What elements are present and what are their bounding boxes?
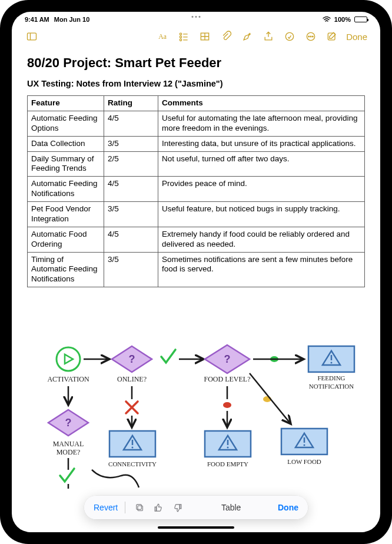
text-format-button[interactable]: Aa <box>153 27 172 46</box>
svg-point-43 <box>132 447 134 449</box>
svg-text:Aa: Aa <box>158 33 167 41</box>
svg-text:ACTIVATION: ACTIVATION <box>47 375 89 383</box>
sidebar-toggle-button[interactable] <box>22 27 41 46</box>
svg-point-56 <box>304 445 305 446</box>
svg-point-16 <box>313 36 314 37</box>
popup-label: Table <box>189 503 273 512</box>
th-rating: Rating <box>104 96 158 111</box>
note-subtitle[interactable]: UX Testing: Notes from Interview 12 ("Ja… <box>27 79 365 88</box>
checklist-button[interactable] <box>174 27 193 46</box>
svg-rect-58 <box>138 505 143 510</box>
table-edit-popup: Revert Table Done <box>84 496 308 519</box>
svg-text:CONNECTIVITY: CONNECTIVITY <box>108 460 157 467</box>
svg-text:?: ? <box>65 417 72 429</box>
table-row[interactable]: Timing of Automatic Feeding Notification… <box>28 252 365 287</box>
multitask-dots[interactable] <box>192 16 201 18</box>
svg-text:?: ? <box>224 353 231 365</box>
note-title[interactable]: 80/20 Project: Smart Pet Feeder <box>27 55 365 71</box>
toolbar: Aa <box>12 25 380 48</box>
screen: 9:41 AM Mon Jun 10 100% Aa <box>12 12 380 532</box>
svg-point-30 <box>331 362 333 364</box>
svg-text:MODE?: MODE? <box>57 448 81 456</box>
table-row[interactable]: Pet Food Vendor Integration3/5Useful fea… <box>28 202 365 227</box>
done-button[interactable]: Done <box>344 32 370 42</box>
table-header-row: Feature Rating Comments <box>28 96 365 111</box>
status-time: 9:41 AM <box>25 16 49 23</box>
copy-icon[interactable] <box>132 500 147 515</box>
svg-text:FOOD LEVEL?: FOOD LEVEL? <box>204 375 251 383</box>
status-bar: 9:41 AM Mon Jun 10 100% <box>12 12 380 25</box>
svg-text:NOTIFICATION: NOTIFICATION <box>309 383 354 390</box>
svg-line-53 <box>250 373 291 424</box>
th-feature: Feature <box>28 96 104 111</box>
svg-point-18 <box>57 347 80 371</box>
table-row[interactable]: Automatic Feeding Options4/5Useful for a… <box>28 111 365 136</box>
svg-text:MANUAL: MANUAL <box>53 440 84 448</box>
attachment-button[interactable] <box>217 27 235 46</box>
revert-button[interactable]: Revert <box>94 503 118 512</box>
status-date: Mon Jun 10 <box>54 16 90 23</box>
svg-point-7 <box>180 39 181 41</box>
table-row[interactable]: Automatic Food Ordering4/5Extremely hand… <box>28 227 365 252</box>
svg-rect-59 <box>137 504 142 509</box>
share-button[interactable] <box>259 27 278 46</box>
feedback-table[interactable]: Feature Rating Comments Automatic Feedin… <box>27 95 365 287</box>
svg-point-5 <box>180 36 181 38</box>
svg-rect-0 <box>28 33 36 40</box>
sparkle-button[interactable] <box>238 27 257 46</box>
wifi-icon <box>323 16 331 22</box>
svg-text:ONLINE?: ONLINE? <box>117 375 147 383</box>
th-comments: Comments <box>158 96 365 111</box>
ipad-frame: 9:41 AM Mon Jun 10 100% Aa <box>0 0 392 544</box>
svg-point-50 <box>227 447 229 449</box>
svg-point-46 <box>223 402 231 408</box>
svg-text:FOOD EMPTY: FOOD EMPTY <box>207 460 248 467</box>
markup-button[interactable] <box>280 27 299 46</box>
svg-point-3 <box>180 33 181 35</box>
table-row[interactable]: Automatic Feeding Notifications4/5Provid… <box>28 177 365 202</box>
thumbs-up-icon[interactable] <box>151 500 165 515</box>
svg-text:LOW FOOD: LOW FOOD <box>287 458 321 465</box>
svg-point-12 <box>285 32 293 40</box>
svg-point-15 <box>310 36 311 37</box>
compose-button[interactable] <box>323 27 341 46</box>
svg-point-14 <box>308 36 310 37</box>
battery-percent: 100% <box>334 16 351 23</box>
table-row[interactable]: Daily Summary of Feeding Trends2/5Not us… <box>28 151 365 177</box>
popup-done-button[interactable]: Done <box>278 503 298 512</box>
home-indicator[interactable] <box>158 526 234 529</box>
thumbs-down-icon[interactable] <box>170 500 184 515</box>
battery-icon <box>354 16 367 22</box>
svg-text:FEEDING: FEEDING <box>317 374 345 382</box>
note-content[interactable]: 80/20 Project: Smart Pet Feeder UX Testi… <box>12 48 380 532</box>
more-button[interactable] <box>301 27 320 46</box>
table-row[interactable]: Data Collection3/5Interesting data, but … <box>28 136 365 151</box>
table-button[interactable] <box>195 27 214 46</box>
divider <box>125 502 125 513</box>
svg-text:?: ? <box>129 353 135 365</box>
